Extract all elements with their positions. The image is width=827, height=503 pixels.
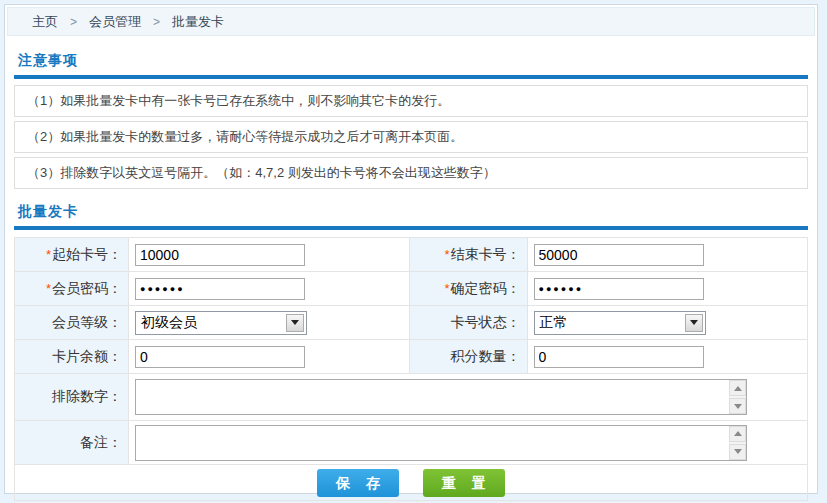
member-level-select[interactable]: 初级会员 [135,311,307,335]
remark-cell [129,421,808,465]
scrollbar[interactable] [729,380,746,414]
notice-section-title: 注意事项 [18,52,808,70]
breadcrumb-member-management[interactable]: 会员管理 [89,13,141,31]
end-card-input[interactable] [534,244,704,266]
card-balance-input[interactable] [135,346,305,368]
card-status-select[interactable]: 正常 [534,311,706,335]
main-panel: 主页 > 会员管理 > 批量发卡 注意事项 （1）如果批量发卡中有一张卡号已存在… [4,4,818,494]
confirm-password-input[interactable] [534,278,704,300]
table-row: 备注： [15,421,808,465]
content-area: 注意事项 （1）如果批量发卡中有一张卡号已存在系统中，则不影响其它卡的发行。 （… [5,38,817,501]
exclude-digits-textarea[interactable] [136,380,730,414]
member-password-label-cell: *会员密码： [15,272,129,306]
member-password-cell [129,272,410,306]
dropdown-arrow-icon[interactable] [286,314,304,332]
points-count-cell [527,340,808,374]
confirm-password-cell [527,272,808,306]
remark-textarea[interactable] [136,426,730,460]
button-row: 保 存 重 置 [15,465,808,501]
card-balance-label-cell: 卡片余额： [15,340,129,374]
reset-button[interactable]: 重 置 [423,469,505,497]
breadcrumb: 主页 > 会员管理 > 批量发卡 [7,7,815,36]
table-row: 会员等级： 初级会员 卡号状态： 正常 [15,306,808,340]
breadcrumb-separator: > [70,15,77,29]
member-level-selected-value: 初级会员 [136,314,197,332]
card-balance-cell [129,340,410,374]
remark-label: 备注： [80,434,122,450]
batch-card-form: *起始卡号： *结束卡号： *会员密码： [14,237,808,501]
exclude-digits-cell [129,374,808,421]
member-level-label: 会员等级： [52,314,122,330]
required-marker: * [444,281,449,296]
member-password-label: 会员密码： [52,280,122,296]
card-status-selected-value: 正常 [535,314,568,332]
table-row: *会员密码： *确定密码： [15,272,808,306]
breadcrumb-current-page: 批量发卡 [172,13,224,31]
end-card-cell [527,238,808,272]
form-title-underline [14,226,808,230]
notice-item: （2）如果批量发卡的数量过多，请耐心等待提示成功之后才可离开本页面。 [14,121,808,153]
remark-label-cell: 备注： [15,421,129,465]
notice-title-underline [14,75,808,79]
confirm-password-label-cell: *确定密码： [409,272,527,306]
table-row: 卡片余额： 积分数量： [15,340,808,374]
card-status-cell: 正常 [527,306,808,340]
end-card-label: 结束卡号： [451,246,521,262]
table-row: 保 存 重 置 [15,465,808,501]
scroll-up-icon[interactable] [729,380,746,396]
notice-item: （3）排除数字以英文逗号隔开。（如：4,7,2 则发出的卡号将不会出现这些数字） [14,157,808,189]
notice-item: （1）如果批量发卡中有一张卡号已存在系统中，则不影响其它卡的发行。 [14,85,808,117]
form-section-title: 批量发卡 [18,203,808,221]
confirm-password-label: 确定密码： [451,280,521,296]
exclude-digits-textarea-wrap [135,379,747,415]
table-row: 排除数字： [15,374,808,421]
exclude-digits-label-cell: 排除数字： [15,374,129,421]
start-card-label-cell: *起始卡号： [15,238,129,272]
start-card-cell [129,238,410,272]
required-marker: * [444,247,449,262]
scroll-down-icon[interactable] [729,444,746,460]
card-status-label-cell: 卡号状态： [409,306,527,340]
points-count-label: 积分数量： [451,348,521,364]
dropdown-arrow-icon[interactable] [685,314,703,332]
table-row: *起始卡号： *结束卡号： [15,238,808,272]
exclude-digits-label: 排除数字： [52,388,122,404]
breadcrumb-separator: > [153,15,160,29]
card-balance-label: 卡片余额： [52,348,122,364]
start-card-input[interactable] [135,244,305,266]
member-level-cell: 初级会员 [129,306,410,340]
scrollbar[interactable] [729,426,746,460]
points-count-input[interactable] [534,346,704,368]
member-level-label-cell: 会员等级： [15,306,129,340]
save-button[interactable]: 保 存 [317,469,399,497]
remark-textarea-wrap [135,425,747,461]
required-marker: * [46,247,51,262]
start-card-label: 起始卡号： [52,246,122,262]
breadcrumb-home[interactable]: 主页 [32,13,58,31]
points-count-label-cell: 积分数量： [409,340,527,374]
scroll-down-icon[interactable] [729,398,746,414]
notice-list: （1）如果批量发卡中有一张卡号已存在系统中，则不影响其它卡的发行。 （2）如果批… [14,85,808,189]
end-card-label-cell: *结束卡号： [409,238,527,272]
required-marker: * [46,281,51,296]
card-status-label: 卡号状态： [451,314,521,330]
member-password-input[interactable] [135,278,305,300]
scroll-up-icon[interactable] [729,426,746,442]
